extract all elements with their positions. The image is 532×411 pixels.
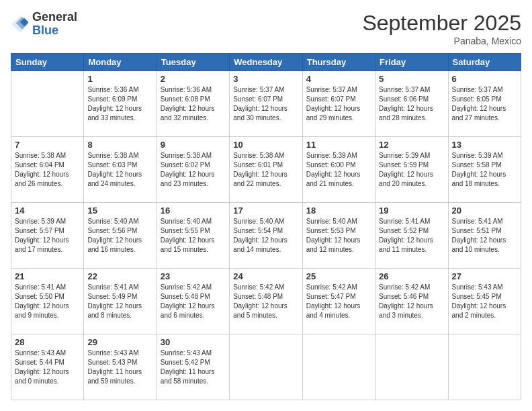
cell-2-0: 14Sunrise: 5:39 AM Sunset: 5:57 PM Dayli… <box>11 203 84 269</box>
week-row-2: 7Sunrise: 5:38 AM Sunset: 6:04 PM Daylig… <box>11 137 521 203</box>
day-number: 8 <box>87 140 152 150</box>
cell-1-5: 12Sunrise: 5:39 AM Sunset: 5:59 PM Dayli… <box>375 137 448 203</box>
cell-1-6: 13Sunrise: 5:39 AM Sunset: 5:58 PM Dayli… <box>448 137 521 203</box>
cell-2-3: 17Sunrise: 5:40 AM Sunset: 5:54 PM Dayli… <box>230 203 302 269</box>
day-info: Sunrise: 5:38 AM Sunset: 6:01 PM Dayligh… <box>233 151 298 189</box>
logo-icon <box>11 15 30 34</box>
calendar-header-row: Sunday Monday Tuesday Wednesday Thursday… <box>11 54 521 71</box>
day-number: 17 <box>233 205 298 216</box>
day-info: Sunrise: 5:42 AM Sunset: 5:48 PM Dayligh… <box>233 283 298 320</box>
logo-text: General Blue <box>32 11 77 38</box>
cell-0-6: 6Sunrise: 5:37 AM Sunset: 6:05 PM Daylig… <box>448 71 521 137</box>
day-number: 19 <box>379 205 444 216</box>
page: General Blue September 2025 Panaba, Mexi… <box>0 0 532 411</box>
day-number: 28 <box>15 337 80 347</box>
month-title: September 2025 <box>362 11 521 36</box>
title-area: September 2025 Panaba, Mexico <box>362 11 521 46</box>
col-friday: Friday <box>375 54 448 71</box>
day-number: 1 <box>87 74 152 84</box>
col-monday: Monday <box>84 54 157 71</box>
day-number: 2 <box>161 74 226 84</box>
day-number: 20 <box>452 205 517 216</box>
week-row-3: 14Sunrise: 5:39 AM Sunset: 5:57 PM Dayli… <box>11 203 521 269</box>
cell-4-0: 28Sunrise: 5:43 AM Sunset: 5:44 PM Dayli… <box>11 334 84 400</box>
day-number: 10 <box>233 140 298 150</box>
day-info: Sunrise: 5:40 AM Sunset: 5:54 PM Dayligh… <box>233 217 298 255</box>
day-info: Sunrise: 5:39 AM Sunset: 5:57 PM Dayligh… <box>15 217 80 255</box>
day-number: 22 <box>87 271 152 281</box>
header: General Blue September 2025 Panaba, Mexi… <box>11 11 521 46</box>
day-number: 26 <box>379 271 444 281</box>
cell-3-4: 25Sunrise: 5:42 AM Sunset: 5:47 PM Dayli… <box>302 269 375 334</box>
day-info: Sunrise: 5:38 AM Sunset: 6:04 PM Dayligh… <box>15 151 80 189</box>
day-number: 18 <box>306 205 371 216</box>
day-number: 6 <box>452 74 517 84</box>
day-number: 30 <box>161 337 226 347</box>
cell-0-3: 3Sunrise: 5:37 AM Sunset: 6:07 PM Daylig… <box>230 71 302 137</box>
cell-2-6: 20Sunrise: 5:41 AM Sunset: 5:51 PM Dayli… <box>448 203 521 269</box>
day-info: Sunrise: 5:43 AM Sunset: 5:42 PM Dayligh… <box>161 349 226 386</box>
day-number: 12 <box>379 140 444 150</box>
cell-4-4 <box>302 334 375 400</box>
day-number: 4 <box>306 74 371 84</box>
cell-0-2: 2Sunrise: 5:36 AM Sunset: 6:08 PM Daylig… <box>157 71 229 137</box>
cell-1-3: 10Sunrise: 5:38 AM Sunset: 6:01 PM Dayli… <box>230 137 302 203</box>
cell-1-1: 8Sunrise: 5:38 AM Sunset: 6:03 PM Daylig… <box>84 137 157 203</box>
day-number: 21 <box>15 271 80 281</box>
day-info: Sunrise: 5:37 AM Sunset: 6:05 PM Dayligh… <box>452 85 517 123</box>
day-info: Sunrise: 5:41 AM Sunset: 5:51 PM Dayligh… <box>452 217 517 255</box>
cell-1-2: 9Sunrise: 5:38 AM Sunset: 6:02 PM Daylig… <box>157 137 229 203</box>
day-info: Sunrise: 5:42 AM Sunset: 5:48 PM Dayligh… <box>161 283 226 320</box>
cell-2-4: 18Sunrise: 5:40 AM Sunset: 5:53 PM Dayli… <box>302 203 375 269</box>
day-info: Sunrise: 5:39 AM Sunset: 5:58 PM Dayligh… <box>452 151 517 189</box>
cell-0-0 <box>11 71 84 137</box>
day-info: Sunrise: 5:40 AM Sunset: 5:53 PM Dayligh… <box>306 217 371 255</box>
cell-3-5: 26Sunrise: 5:42 AM Sunset: 5:46 PM Dayli… <box>375 269 448 334</box>
cell-0-1: 1Sunrise: 5:36 AM Sunset: 6:09 PM Daylig… <box>84 71 157 137</box>
logo-blue-text: Blue <box>32 24 77 38</box>
day-info: Sunrise: 5:40 AM Sunset: 5:56 PM Dayligh… <box>87 217 152 255</box>
week-row-4: 21Sunrise: 5:41 AM Sunset: 5:50 PM Dayli… <box>11 269 521 334</box>
day-number: 25 <box>306 271 371 281</box>
cell-4-2: 30Sunrise: 5:43 AM Sunset: 5:42 PM Dayli… <box>157 334 229 400</box>
cell-4-1: 29Sunrise: 5:43 AM Sunset: 5:43 PM Dayli… <box>84 334 157 400</box>
day-info: Sunrise: 5:36 AM Sunset: 6:09 PM Dayligh… <box>87 85 152 123</box>
day-info: Sunrise: 5:38 AM Sunset: 6:03 PM Dayligh… <box>87 151 152 189</box>
day-number: 11 <box>306 140 371 150</box>
week-row-5: 28Sunrise: 5:43 AM Sunset: 5:44 PM Dayli… <box>11 334 521 400</box>
day-number: 16 <box>161 205 226 216</box>
day-info: Sunrise: 5:42 AM Sunset: 5:46 PM Dayligh… <box>379 283 444 320</box>
day-info: Sunrise: 5:37 AM Sunset: 6:07 PM Dayligh… <box>306 85 371 123</box>
day-info: Sunrise: 5:37 AM Sunset: 6:06 PM Dayligh… <box>379 85 444 123</box>
day-info: Sunrise: 5:39 AM Sunset: 6:00 PM Dayligh… <box>306 151 371 189</box>
day-info: Sunrise: 5:43 AM Sunset: 5:45 PM Dayligh… <box>452 283 517 320</box>
logo: General Blue <box>11 11 77 38</box>
week-row-1: 1Sunrise: 5:36 AM Sunset: 6:09 PM Daylig… <box>11 71 521 137</box>
day-info: Sunrise: 5:41 AM Sunset: 5:50 PM Dayligh… <box>15 283 80 320</box>
day-number: 9 <box>161 140 226 150</box>
col-tuesday: Tuesday <box>157 54 229 71</box>
day-info: Sunrise: 5:37 AM Sunset: 6:07 PM Dayligh… <box>233 85 298 123</box>
col-saturday: Saturday <box>448 54 521 71</box>
day-number: 13 <box>452 140 517 150</box>
cell-3-6: 27Sunrise: 5:43 AM Sunset: 5:45 PM Dayli… <box>448 269 521 334</box>
day-info: Sunrise: 5:38 AM Sunset: 6:02 PM Dayligh… <box>161 151 226 189</box>
calendar-table: Sunday Monday Tuesday Wednesday Thursday… <box>11 53 521 400</box>
cell-1-0: 7Sunrise: 5:38 AM Sunset: 6:04 PM Daylig… <box>11 137 84 203</box>
cell-1-4: 11Sunrise: 5:39 AM Sunset: 6:00 PM Dayli… <box>302 137 375 203</box>
col-wednesday: Wednesday <box>230 54 302 71</box>
logo-general-text: General <box>32 11 77 24</box>
day-number: 5 <box>379 74 444 84</box>
cell-3-1: 22Sunrise: 5:41 AM Sunset: 5:49 PM Dayli… <box>84 269 157 334</box>
day-number: 7 <box>15 140 80 150</box>
cell-3-3: 24Sunrise: 5:42 AM Sunset: 5:48 PM Dayli… <box>230 269 302 334</box>
day-number: 27 <box>452 271 517 281</box>
day-info: Sunrise: 5:43 AM Sunset: 5:44 PM Dayligh… <box>15 349 80 386</box>
day-info: Sunrise: 5:36 AM Sunset: 6:08 PM Dayligh… <box>161 85 226 123</box>
day-number: 14 <box>15 205 80 216</box>
col-thursday: Thursday <box>302 54 375 71</box>
day-number: 29 <box>87 337 152 347</box>
day-info: Sunrise: 5:41 AM Sunset: 5:52 PM Dayligh… <box>379 217 444 255</box>
cell-2-1: 15Sunrise: 5:40 AM Sunset: 5:56 PM Dayli… <box>84 203 157 269</box>
cell-0-5: 5Sunrise: 5:37 AM Sunset: 6:06 PM Daylig… <box>375 71 448 137</box>
